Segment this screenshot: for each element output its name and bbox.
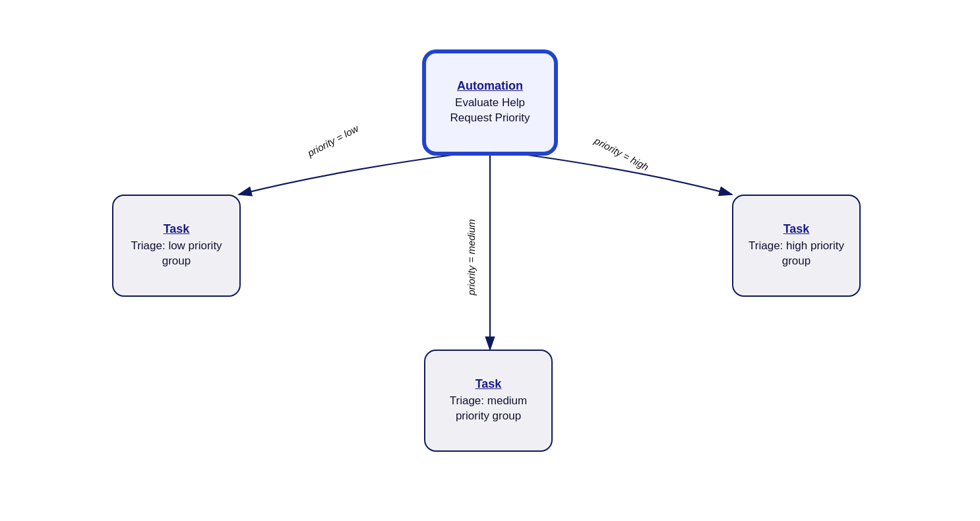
task-low-description: Triage: low priority group (125, 239, 228, 269)
task-medium-node[interactable]: Task Triage: medium priority group (424, 350, 553, 452)
task-low-node[interactable]: Task Triage: low priority group (112, 195, 241, 297)
task-high-description: Triage: high priority group (745, 239, 847, 269)
task-low-type-label: Task (164, 222, 190, 236)
diagram-container: priority = low priority = medium priorit… (0, 0, 980, 521)
task-medium-description: Triage: medium priority group (437, 394, 539, 424)
automation-node[interactable]: Automation Evaluate Help Request Priorit… (424, 51, 556, 154)
arrow-high (518, 154, 732, 195)
edge-label-medium: priority = medium (466, 219, 477, 295)
task-high-node[interactable]: Task Triage: high priority group (732, 195, 861, 297)
edge-label-high: priority = high (592, 135, 651, 173)
task-medium-type-label: Task (475, 377, 502, 391)
automation-description: Evaluate Help Request Priority (438, 96, 542, 126)
edge-label-low: priority = low (305, 122, 361, 159)
task-high-type-label: Task (783, 222, 810, 236)
automation-type-label: Automation (457, 79, 523, 93)
arrow-low (239, 154, 462, 195)
